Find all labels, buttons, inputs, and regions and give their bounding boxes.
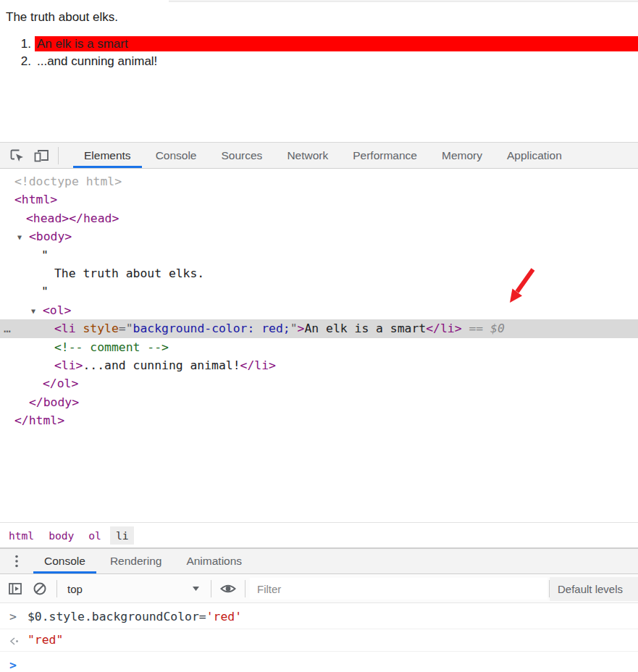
log-levels-select[interactable]: Default levels <box>550 577 638 601</box>
console-row-text: $0.style.backgroundColor='red' <box>28 610 638 623</box>
chevron-down-icon <box>193 587 199 591</box>
token-dollar: $0 <box>490 322 505 335</box>
red-annotation-arrow-icon <box>503 263 538 306</box>
list-item-number: 1. <box>0 36 31 51</box>
live-expression-button[interactable] <box>216 582 240 595</box>
token-tag: </body> <box>29 395 79 409</box>
dom-tree-row[interactable]: <head></head> <box>0 209 638 227</box>
chevron-right-icon: > <box>9 610 17 623</box>
drawer-menu-button[interactable] <box>6 549 28 574</box>
device-toolbar-icon <box>33 148 50 164</box>
toolbar-separator <box>58 147 59 164</box>
token-tag: <body> <box>29 230 72 243</box>
expander-triangle-icon[interactable]: ▼ <box>17 228 22 246</box>
drawer-tabbar: ConsoleRenderingAnimations <box>0 547 638 574</box>
context-value: top <box>67 583 193 595</box>
token-text: An elk is a smart <box>304 322 426 335</box>
window-top-edge <box>169 0 638 2</box>
toolbar-separator <box>211 580 211 597</box>
elements-dom-tree: <!doctype html><html><head></head>▼<body… <box>0 169 638 522</box>
dom-tree-row[interactable]: </body> <box>0 393 638 411</box>
console-row-input-echo: >$0.style.backgroundColor='red' <box>0 604 638 629</box>
token-tag: <html> <box>14 193 57 206</box>
list-item-text: ...and cunning animal! <box>35 54 638 69</box>
token-string: "red" <box>28 633 63 647</box>
console-toolbar: top Default levels <box>0 575 638 603</box>
device-toolbar-button[interactable] <box>29 143 54 168</box>
list-item: 2....and cunning animal! <box>0 54 638 70</box>
token-eq: == <box>462 322 490 335</box>
return-arrow-icon <box>9 637 20 646</box>
dom-tree-row[interactable]: The truth about elks. <box>0 264 638 282</box>
main-tabs: ElementsConsoleSourcesNetworkPerformance… <box>72 143 574 168</box>
three-dot-menu-icon <box>14 554 19 568</box>
breadcrumb-item-ol[interactable]: ol <box>83 526 107 545</box>
dom-tree-row[interactable]: </ol> <box>0 374 638 392</box>
list-item-text: An elk is a smart <box>35 36 638 51</box>
page-text-title: The truth about elks. <box>6 10 118 25</box>
eye-icon <box>219 582 237 595</box>
token-tag: <li> <box>54 358 83 372</box>
token-gray: <!doctype html> <box>14 175 122 188</box>
token-punct <box>76 322 83 335</box>
toolbar-separator <box>245 580 245 597</box>
token-tag: > <box>298 322 305 335</box>
dom-tree-row[interactable]: ▼<ol> <box>0 301 638 319</box>
execution-context-select[interactable]: top <box>62 583 206 595</box>
tab-network[interactable]: Network <box>274 143 340 168</box>
inspect-icon <box>9 148 25 164</box>
dom-tree-row[interactable]: </html> <box>0 411 638 429</box>
token-text: " <box>41 285 49 298</box>
tab-application[interactable]: Application <box>495 143 574 168</box>
dom-tree-row[interactable]: " <box>0 282 638 301</box>
clear-console-button[interactable] <box>28 581 52 597</box>
token-comment: <!-- comment --> <box>54 340 169 354</box>
console-row-text: "red" <box>28 633 638 647</box>
token-tag: </li> <box>240 358 276 372</box>
token-tag: <li <box>54 322 76 335</box>
token-tag: <head></head> <box>26 211 119 225</box>
token-code: $0.style.backgroundColor= <box>28 610 206 623</box>
token-val: background-color: red; <box>133 322 290 335</box>
token-tag: </html> <box>14 413 64 427</box>
tab-elements[interactable]: Elements <box>72 143 143 168</box>
drawer-tab-console[interactable]: Console <box>32 549 98 574</box>
breadcrumb-item-body[interactable]: body <box>43 526 80 545</box>
ordered-list: 1.An elk is a smart2....and cunning anim… <box>0 36 638 71</box>
breadcrumb-item-html[interactable]: html <box>3 526 40 545</box>
console-row-prompt[interactable]: > <box>0 652 638 664</box>
list-item: 1.An elk is a smart <box>0 36 638 52</box>
tab-memory[interactable]: Memory <box>429 143 495 168</box>
list-item-number: 2. <box>0 54 31 69</box>
breadcrumb-item-li[interactable]: li <box>110 526 135 545</box>
console-sidebar-button[interactable] <box>3 581 28 596</box>
overflow-menu-icon[interactable]: … <box>4 319 12 337</box>
drawer-tabs: ConsoleRenderingAnimations <box>32 549 254 574</box>
token-tag: <ol> <box>43 303 71 317</box>
dom-tree-row[interactable]: " <box>0 246 638 264</box>
inspect-element-button[interactable] <box>4 143 29 168</box>
drawer-tab-animations[interactable]: Animations <box>174 549 254 574</box>
token-tag: </li> <box>426 322 461 335</box>
console-sidebar-icon <box>7 581 23 596</box>
dom-tree-row[interactable]: …<li style="background-color: red;">An e… <box>0 319 638 337</box>
dom-tree-row[interactable]: <!-- comment --> <box>0 338 638 356</box>
breadcrumb: htmlbodyolli <box>0 522 638 547</box>
rendered-page: The truth about elks. 1.An elk is a smar… <box>0 0 638 142</box>
console-messages: >$0.style.backgroundColor='red'"red"> <box>0 604 638 672</box>
tab-sources[interactable]: Sources <box>209 143 275 168</box>
dom-tree-row[interactable]: <html> <box>0 190 638 209</box>
dom-tree-row[interactable]: <!doctype html> <box>0 172 638 190</box>
tab-console[interactable]: Console <box>143 143 209 168</box>
expander-triangle-icon[interactable]: ▼ <box>31 302 35 320</box>
token-text: " <box>41 248 49 262</box>
dom-tree-row[interactable]: ▼<body> <box>0 227 638 245</box>
token-punct: =" <box>119 322 133 335</box>
drawer-tab-rendering[interactable]: Rendering <box>98 549 175 574</box>
filter-input[interactable] <box>250 578 547 600</box>
tab-performance[interactable]: Performance <box>340 143 429 168</box>
dom-tree-row[interactable]: <li>...and cunning animal!</li> <box>0 356 638 374</box>
block-icon <box>32 581 48 597</box>
devtools-main-tabbar: ElementsConsoleSourcesNetworkPerformance… <box>0 142 638 169</box>
token-text: ...and cunning animal! <box>83 358 240 372</box>
